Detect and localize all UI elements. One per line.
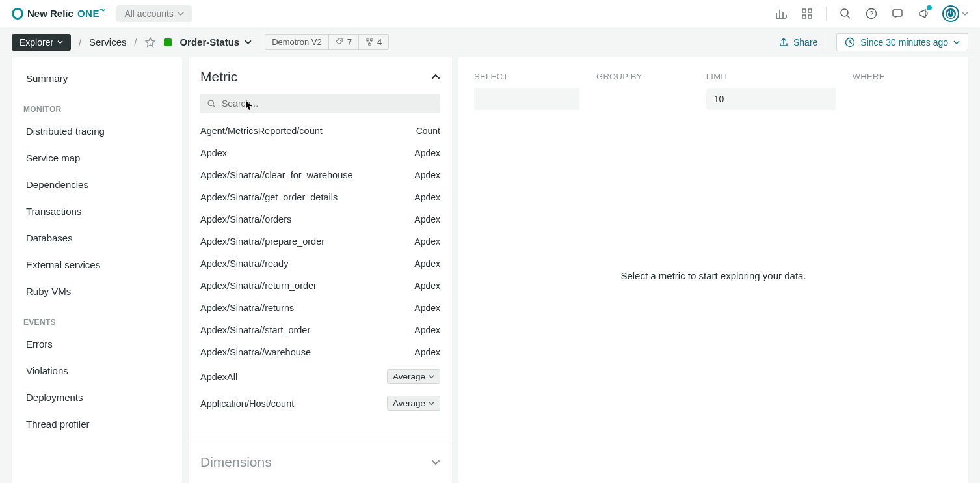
metric-unit: Apdex (414, 170, 440, 180)
query-panel: SELECT GROUP BY LIMIT WHERE Select a met… (458, 57, 968, 483)
sidebar-item[interactable]: Databases (12, 225, 182, 251)
metric-unit: Apdex (414, 214, 440, 225)
metric-name: Apdex/Sinatra//clear_for_warehouse (200, 170, 353, 180)
metric-name: Agent/MetricsReported/count (200, 126, 323, 136)
entity-name-label: Order-Status (179, 36, 239, 48)
metric-name: Apdex/Sinatra//ready (200, 258, 288, 269)
metric-row[interactable]: Apdex/Sinatra//readyApdex (200, 253, 440, 275)
topbar-right: ? (774, 5, 968, 22)
svg-rect-7 (893, 10, 902, 16)
share-label: Share (793, 37, 817, 48)
status-indicator (164, 38, 172, 46)
user-menu[interactable] (942, 5, 968, 22)
limit-input[interactable] (706, 88, 836, 110)
sidebar-item[interactable]: Service map (12, 145, 182, 171)
subheader: Explorer / Services / Order-Status Demot… (0, 27, 980, 57)
sidebar-item[interactable]: Dependencies (12, 171, 182, 198)
search-input[interactable] (222, 98, 434, 109)
account-selector[interactable]: All accounts (116, 5, 191, 22)
svg-rect-2 (802, 15, 806, 18)
power-icon (945, 8, 957, 20)
sidebar-item[interactable]: External services (12, 251, 182, 278)
explorer-chip[interactable]: Explorer (12, 34, 71, 51)
help-icon[interactable]: ? (864, 7, 879, 21)
metric-name: Apdex/Sinatra//return_order (200, 281, 317, 291)
chevron-up-icon (431, 72, 440, 81)
account-selector-label: All accounts (124, 8, 173, 19)
sidebar-item[interactable]: Transactions (12, 198, 182, 225)
tags-chip[interactable]: 7 (329, 34, 359, 49)
chevron-down-icon (429, 374, 434, 380)
share-button[interactable]: Share (778, 37, 817, 48)
metric-name: Application/Host/count (200, 398, 294, 409)
metric-search[interactable] (200, 94, 440, 113)
unit-dropdown[interactable]: Average (387, 369, 440, 384)
metric-unit: Apdex (414, 281, 440, 291)
topbar: New Relic ONE™ All accounts ? (0, 0, 980, 27)
query-where: WHERE (853, 72, 885, 81)
sidebar-item[interactable]: Thread profiler (12, 411, 182, 437)
svg-point-9 (340, 40, 341, 41)
metric-name: Apdex/Sinatra//orders (200, 214, 291, 225)
metric-row[interactable]: Apdex/Sinatra//prepare_orderApdex (200, 230, 440, 253)
metric-row[interactable]: Apdex/Sinatra//start_orderApdex (200, 319, 440, 341)
metric-name: Apdex/Sinatra//start_order (200, 325, 310, 335)
feedback-icon[interactable] (890, 7, 905, 21)
crumb-sep: / (135, 37, 137, 48)
main-area: Summary MONITOR Distributed tracingServi… (0, 57, 980, 483)
avatar-ring (942, 5, 959, 22)
breadcrumb-services[interactable]: Services (89, 36, 127, 48)
brand-text-2: ONE™ (77, 8, 107, 19)
time-range-label: Since 30 minutes ago (860, 37, 948, 48)
sidebar-item[interactable]: Errors (12, 331, 182, 357)
svg-rect-11 (370, 39, 373, 41)
time-picker[interactable]: Since 30 minutes ago (836, 33, 968, 51)
metric-row[interactable]: ApdexApdex (200, 142, 440, 164)
related-count: 4 (377, 37, 382, 47)
metric-unit: Apdex (414, 258, 440, 269)
entity-name-dropdown[interactable]: Order-Status (179, 36, 252, 48)
entity-meta-chip-group: Demotron V2 7 4 (265, 34, 389, 50)
account-chip[interactable]: Demotron V2 (265, 34, 329, 49)
sidebar-item[interactable]: Distributed tracing (12, 118, 182, 145)
metric-row[interactable]: Apdex/Sinatra//clear_for_warehouseApdex (200, 164, 440, 186)
tag-count: 7 (347, 37, 352, 47)
metric-row[interactable]: Agent/MetricsReported/countCount (200, 120, 440, 142)
chevron-down-icon (429, 400, 434, 406)
sidebar-item[interactable]: Ruby VMs (12, 278, 182, 305)
chevron-down-icon (962, 10, 968, 17)
metric-row[interactable]: Apdex/Sinatra//warehouseApdex (200, 341, 440, 363)
sidebar: Summary MONITOR Distributed tracingServi… (12, 57, 182, 483)
search-icon (207, 99, 217, 109)
brand-logo-area[interactable]: New Relic ONE™ (12, 8, 106, 20)
sidebar-section-events: EVENTS (12, 305, 182, 331)
chart-icon[interactable] (774, 7, 788, 21)
metric-row[interactable]: Apdex/Sinatra//return_orderApdex (200, 275, 440, 297)
share-icon (778, 37, 789, 48)
metric-panel-header[interactable]: Metric (189, 57, 452, 91)
metric-title: Metric (200, 69, 237, 85)
query-builder: SELECT GROUP BY LIMIT WHERE (474, 72, 953, 110)
sidebar-item[interactable]: Summary (12, 65, 182, 92)
query-limit: LIMIT (706, 72, 836, 110)
sidebar-item[interactable]: Deployments (12, 384, 182, 411)
empty-state-message: Select a metric to start exploring your … (620, 270, 806, 281)
select-input[interactable] (474, 88, 579, 110)
whats-new-icon[interactable] (916, 7, 931, 21)
star-icon[interactable] (144, 36, 156, 48)
svg-rect-12 (369, 43, 371, 45)
related-chip[interactable]: 4 (359, 34, 388, 49)
apps-grid-icon[interactable] (800, 7, 814, 21)
unit-dropdown[interactable]: Average (387, 396, 440, 411)
metric-row[interactable]: Application/Host/countAverage (200, 390, 440, 417)
chevron-down-icon (431, 458, 440, 467)
metric-name: Apdex/Sinatra//warehouse (200, 347, 311, 357)
sidebar-item[interactable]: Violations (12, 357, 182, 384)
metric-row[interactable]: Apdex/Sinatra//get_order_detailsApdex (200, 186, 440, 208)
metric-row[interactable]: Apdex/Sinatra//ordersApdex (200, 208, 440, 230)
metric-unit: Apdex (414, 148, 440, 158)
dimensions-panel-header[interactable]: Dimensions (189, 441, 452, 483)
metric-row[interactable]: Apdex/Sinatra//returnsApdex (200, 297, 440, 319)
metric-row[interactable]: ApdexAllAverage (200, 363, 440, 390)
search-icon[interactable] (838, 7, 853, 21)
